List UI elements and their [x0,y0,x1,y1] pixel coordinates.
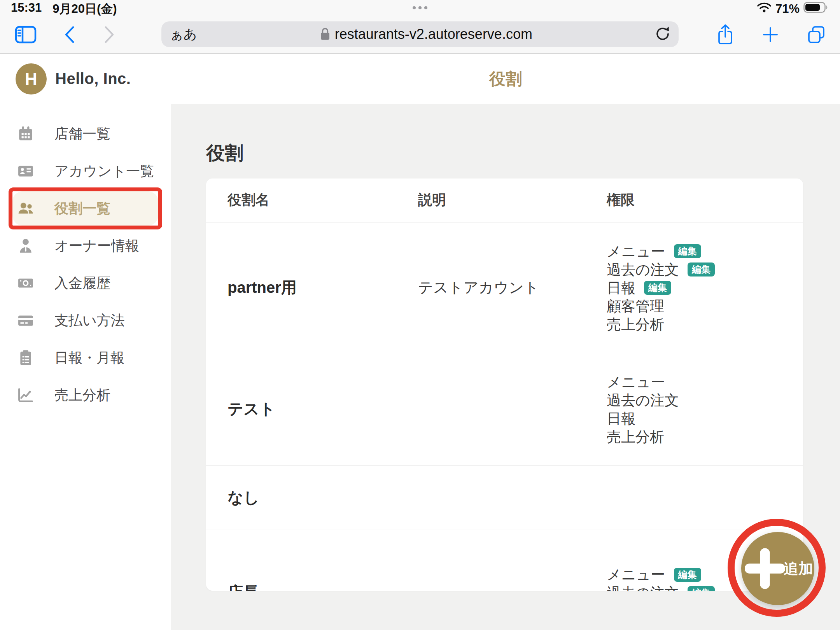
role-description-cell: テストアカウント [397,222,583,353]
wifi-icon [757,2,772,16]
org-name: Hello, Inc. [55,70,131,88]
roles-table-body: partner用 テストアカウント メニュー 編集 過去の注文 編集 日報 編集… [206,222,803,591]
permission-item: 過去の注文 [607,391,679,410]
permission-label: 過去の注文 [607,584,679,591]
role-name-cell: テスト [206,353,397,465]
sidebar-toggle-icon[interactable] [15,26,37,44]
sidebar-item-label: 売上分析 [54,386,110,405]
edit-badge: 編集 [688,262,715,276]
permission-item: 売上分析 [607,315,664,334]
url-text: restaurants-v2.autoreserve.com [335,26,532,42]
role-description-cell [397,353,583,465]
edit-badge: 編集 [674,244,701,258]
permission-label: メニュー [607,242,665,261]
permission-label: 日報 [607,410,635,428]
table-row: 店長 メニュー 編集 過去の注文 編集 日報 編集 [206,530,803,591]
role-permissions-cell: メニュー 過去の注文 日報 売上分析 [583,353,803,465]
sidebar-item-label: 日報・月報 [54,348,124,368]
permission-item: メニュー 編集 [607,565,701,584]
sidebar-item-label: 支払い方法 [54,311,125,330]
main-area: 役割 役割 役割名 説明 権限 partner用 テストアカウント メニュー 編… [171,54,840,630]
role-name-cell: partner用 [206,222,397,353]
money-bill-icon [17,275,34,292]
status-date: 9月20日(金) [52,1,117,17]
plus-icon [745,548,785,589]
status-bar: 15:31 9月20日(金) 71% [0,0,840,16]
permission-label: 日報 [607,279,635,297]
sidebar-item-label: オーナー情報 [54,236,139,256]
edit-badge: 編集 [674,568,701,582]
multitasking-dots-icon[interactable] [413,6,427,9]
address-bar[interactable]: ぁあ restaurants-v2.autoreserve.com [161,21,679,47]
permission-item: 売上分析 [607,428,664,446]
column-role-name: 役割名 [206,191,397,210]
permission-label: 過去の注文 [607,261,679,279]
fab-label: 追加 [784,559,813,579]
new-tab-icon[interactable] [761,26,779,44]
permission-label: メニュー [607,565,665,584]
permission-label: 顧客管理 [607,297,664,315]
permission-label: メニュー [607,373,665,391]
screen: 15:31 9月20日(金) 71% ぁあ [0,0,840,630]
table-row: なし [206,465,803,530]
battery-percent: 71% [775,2,800,16]
sidebar-item-4[interactable]: オーナー情報 [12,229,158,263]
sidebar-item-label: 入金履歴 [54,274,110,293]
reload-icon[interactable] [654,25,672,44]
users-icon [17,200,34,217]
column-permissions: 権限 [583,191,803,210]
user-tie-icon [17,237,34,254]
credit-card-icon [17,312,34,329]
org-header: H Hello, Inc. [0,54,171,104]
reader-mode-button[interactable]: ぁあ [168,25,199,43]
edit-badge: 編集 [688,586,715,591]
sidebar-item-label: 店舗一覧 [54,124,110,144]
sidebar-item-8[interactable]: 売上分析 [12,378,158,412]
sidebar-item-label: アカウント一覧 [54,162,154,181]
permission-item: 顧客管理 [607,297,664,315]
permission-item: メニュー 編集 [607,242,701,261]
sidebar-item-1[interactable]: 店舗一覧 [12,117,158,151]
sidebar-item-6[interactable]: 支払い方法 [12,303,158,338]
role-permissions-cell: メニュー 編集 過去の注文 編集 日報 編集 顧客管理 売上分析 [583,222,803,353]
status-time: 15:31 [11,1,42,17]
forward-icon[interactable] [102,24,117,45]
main-header: 役割 [171,54,840,104]
permission-item: 過去の注文 編集 [607,584,715,591]
clipboard-icon [17,349,34,366]
permission-item: 日報 編集 [607,279,671,297]
permission-item: 日報 [607,410,635,428]
permission-item: 過去の注文 編集 [607,261,715,279]
main-header-title: 役割 [489,68,522,90]
permission-item: メニュー [607,373,665,391]
role-description-cell [397,466,583,530]
id-card-icon [17,163,34,180]
share-icon[interactable] [716,24,734,46]
role-permissions-cell [583,466,803,530]
table-row: partner用 テストアカウント メニュー 編集 過去の注文 編集 日報 編集… [206,222,803,353]
lock-icon [320,27,330,42]
permission-label: 過去の注文 [607,391,679,410]
sidebar-item-2[interactable]: アカウント一覧 [12,154,158,188]
back-icon[interactable] [61,24,77,45]
role-name-cell: なし [206,466,397,530]
permission-label: 売上分析 [607,315,664,334]
table-row: テスト メニュー 過去の注文 日報 売上分析 [206,353,803,465]
org-avatar: H [16,63,47,94]
sidebar: H Hello, Inc. 店舗一覧 アカウント一覧 役割一覧 オーナー情報 入… [0,54,171,630]
sidebar-item-label: 役割一覧 [54,199,110,218]
sidebar-item-3[interactable]: 役割一覧 [12,191,158,226]
chart-line-icon [17,387,34,404]
sidebar-item-7[interactable]: 日報・月報 [12,341,158,375]
roles-table-card: 役割名 説明 権限 partner用 テストアカウント メニュー 編集 過去の注… [206,178,803,591]
permission-label: 売上分析 [607,428,664,446]
page-title: 役割 [206,143,840,164]
table-header-row: 役割名 説明 権限 [206,178,803,222]
role-description-cell [397,530,583,591]
tabs-icon[interactable] [807,25,826,44]
add-role-fab[interactable]: 追加 [741,532,814,605]
battery-icon [803,1,829,17]
sidebar-item-5[interactable]: 入金履歴 [12,266,158,300]
column-description: 説明 [397,191,583,210]
browser-toolbar: ぁあ restaurants-v2.autoreserve.com [0,16,840,54]
